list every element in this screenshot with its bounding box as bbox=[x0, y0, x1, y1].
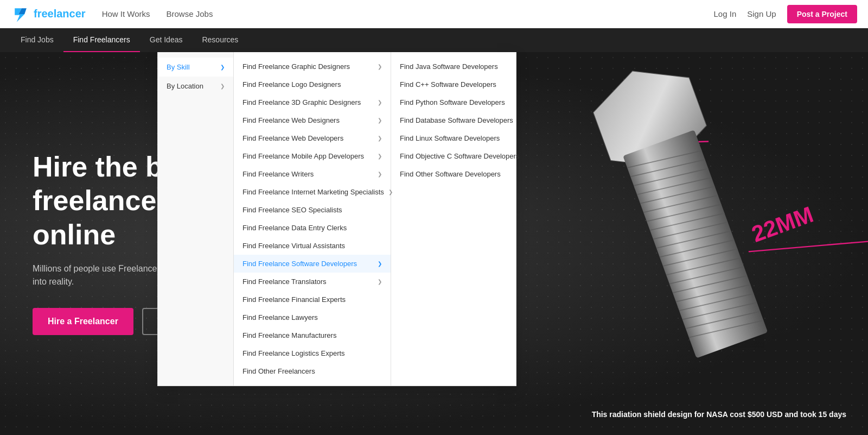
logo-designers-item[interactable]: Find Freelance Logo Designers bbox=[234, 75, 391, 93]
other-software-developers-item[interactable]: Find Other Software Developers bbox=[391, 165, 516, 183]
secondary-nav-get-ideas[interactable]: Get Ideas bbox=[140, 28, 193, 52]
linux-developers-item[interactable]: Find Linux Software Developers bbox=[391, 129, 516, 147]
logo[interactable]: freelancer bbox=[11, 4, 86, 24]
svg-line-28 bbox=[699, 138, 709, 144]
seo-specialists-item[interactable]: Find Freelance SEO Specialists bbox=[234, 201, 391, 219]
how-it-works-link[interactable]: How It Works bbox=[102, 9, 150, 18]
3d-graphic-designers-item[interactable]: Find Freelance 3D Graphic Designers ❯ bbox=[234, 93, 391, 111]
logo-text: freelancer bbox=[34, 8, 86, 20]
secondary-nav-find-jobs[interactable]: Find Jobs bbox=[11, 28, 63, 52]
hire-freelancer-button[interactable]: Hire a Freelancer bbox=[33, 308, 133, 335]
writers-chevron: ❯ bbox=[378, 171, 382, 177]
dropdown-left-panel: By Skill ❯ By Location ❯ bbox=[158, 52, 234, 386]
objective-c-developers-item[interactable]: Find Objective C Software Developers bbox=[391, 147, 516, 165]
manufacturers-item[interactable]: Find Freelance Manufacturers bbox=[234, 326, 391, 344]
login-link[interactable]: Log In bbox=[714, 9, 737, 18]
find-freelancers-dropdown: By Skill ❯ By Location ❯ Find Freelance … bbox=[157, 52, 516, 386]
top-nav-right: Log In Sign Up Post a Project bbox=[714, 5, 857, 23]
other-freelancers-item[interactable]: Find Other Freelancers bbox=[234, 362, 391, 380]
virtual-assistants-item[interactable]: Find Freelance Virtual Assistants bbox=[234, 237, 391, 255]
browse-jobs-link[interactable]: Browse Jobs bbox=[167, 9, 213, 18]
top-nav: freelancer How It Works Browse Jobs Log … bbox=[0, 0, 868, 28]
java-developers-item[interactable]: Find Java Software Developers bbox=[391, 58, 516, 75]
web-designers-chevron: ❯ bbox=[378, 117, 382, 123]
top-nav-links: How It Works Browse Jobs bbox=[102, 9, 714, 18]
internet-marketing-item[interactable]: Find Freelance Internet Marketing Specia… bbox=[234, 183, 391, 201]
dropdown-right-panel: Find Java Software Developers Find C++ S… bbox=[391, 52, 516, 386]
graphic-designers-item[interactable]: Find Freelance Graphic Designers ❯ bbox=[234, 58, 391, 75]
by-skill-chevron: ❯ bbox=[220, 64, 225, 70]
software-developers-chevron: ❯ bbox=[378, 261, 382, 267]
software-developers-item[interactable]: Find Freelance Software Developers ❯ bbox=[234, 255, 391, 273]
hero-caption: This radiation shield design for NASA co… bbox=[592, 410, 846, 419]
3d-graphic-designers-chevron: ❯ bbox=[378, 99, 382, 105]
web-developers-item[interactable]: Find Freelance Web Developers ❯ bbox=[234, 129, 391, 147]
web-developers-chevron: ❯ bbox=[378, 135, 382, 141]
data-entry-clerks-item[interactable]: Find Freelance Data Entry Clerks bbox=[234, 219, 391, 237]
by-skill-item[interactable]: By Skill ❯ bbox=[158, 58, 233, 77]
secondary-nav-resources[interactable]: Resources bbox=[192, 28, 248, 52]
python-developers-item[interactable]: Find Python Software Developers bbox=[391, 93, 516, 111]
logistics-experts-item[interactable]: Find Freelance Logistics Experts bbox=[234, 344, 391, 362]
lawyers-item[interactable]: Find Freelance Lawyers bbox=[234, 308, 391, 326]
post-project-button[interactable]: Post a Project bbox=[787, 5, 857, 23]
graphic-designers-chevron: ❯ bbox=[378, 64, 382, 70]
financial-experts-item[interactable]: Find Freelance Financial Experts bbox=[234, 291, 391, 308]
writers-item[interactable]: Find Freelance Writers ❯ bbox=[234, 165, 391, 183]
signup-link[interactable]: Sign Up bbox=[747, 9, 776, 18]
dropdown-middle-panel: Find Freelance Graphic Designers ❯ Find … bbox=[234, 52, 391, 386]
mobile-app-developers-item[interactable]: Find Freelance Mobile App Developers ❯ bbox=[234, 147, 391, 165]
secondary-nav: Find Jobs Find Freelancers Get Ideas Res… bbox=[0, 28, 868, 52]
secondary-nav-find-freelancers[interactable]: Find Freelancers bbox=[63, 28, 140, 52]
mobile-app-developers-chevron: ❯ bbox=[378, 153, 382, 159]
cpp-developers-item[interactable]: Find C++ Software Developers bbox=[391, 75, 516, 93]
by-location-item[interactable]: By Location ❯ bbox=[158, 77, 233, 96]
by-location-chevron: ❯ bbox=[220, 83, 225, 89]
translators-item[interactable]: Find Freelance Translators ❯ bbox=[234, 273, 391, 291]
translators-chevron: ❯ bbox=[378, 279, 382, 285]
svg-text:22MM: 22MM bbox=[748, 201, 816, 247]
web-designers-item[interactable]: Find Freelance Web Designers ❯ bbox=[234, 111, 391, 129]
database-developers-item[interactable]: Find Database Software Developers bbox=[391, 111, 516, 129]
